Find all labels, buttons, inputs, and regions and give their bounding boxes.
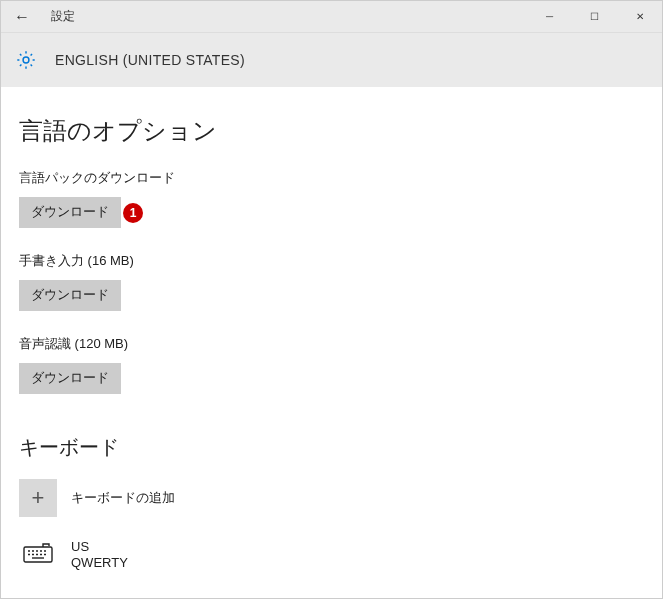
annotation-badge: 1: [123, 203, 143, 223]
window-title: 設定: [51, 8, 75, 25]
breadcrumb-label: ENGLISH (UNITED STATES): [55, 52, 245, 68]
keyboard-item-us-qwerty[interactable]: US QWERTY: [19, 539, 644, 572]
speech-download-button[interactable]: ダウンロード: [19, 363, 121, 394]
maximize-button[interactable]: ☐: [572, 1, 617, 33]
page-title: 言語のオプション: [19, 115, 644, 147]
gear-icon: [15, 49, 37, 71]
keyboard-heading: キーボード: [19, 434, 644, 461]
handwriting-label: 手書き入力 (16 MB): [19, 252, 644, 270]
language-pack-label: 言語パックのダウンロード: [19, 169, 644, 187]
add-keyboard-button[interactable]: + キーボードの追加: [19, 479, 644, 517]
content-area: 言語のオプション 言語パックのダウンロード ダウンロード 1 手書き入力 (16…: [1, 87, 662, 598]
speech-label: 音声認識 (120 MB): [19, 335, 644, 353]
minimize-button[interactable]: ─: [527, 1, 572, 33]
add-keyboard-label: キーボードの追加: [71, 489, 175, 507]
keyboard-item-name: US: [71, 539, 128, 555]
plus-icon: +: [19, 479, 57, 517]
svg-point-0: [23, 57, 29, 63]
back-button[interactable]: ←: [1, 1, 43, 33]
breadcrumb: ENGLISH (UNITED STATES): [1, 33, 662, 87]
keyboard-icon: [19, 539, 57, 563]
keyboard-item-layout: QWERTY: [71, 555, 128, 571]
handwriting-download-button[interactable]: ダウンロード: [19, 280, 121, 311]
titlebar: ← 設定 ─ ☐ ✕: [1, 1, 662, 33]
language-pack-download-button[interactable]: ダウンロード: [19, 197, 121, 228]
close-button[interactable]: ✕: [617, 1, 662, 33]
